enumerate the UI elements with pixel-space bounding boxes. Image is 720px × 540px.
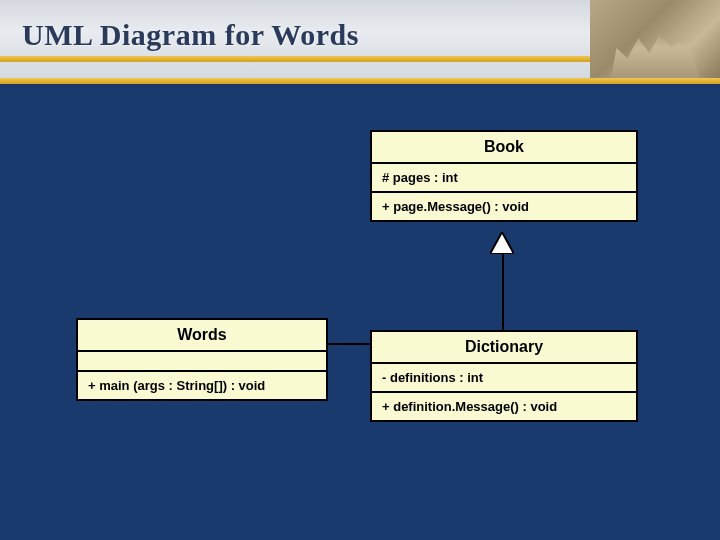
uml-class-words-name: Words (78, 320, 326, 352)
uml-class-book-attribute: # pages : int (372, 164, 636, 193)
uml-class-dictionary: Dictionary - definitions : int + definit… (370, 330, 638, 422)
uml-class-dictionary-operation: + definition.Message() : void (372, 393, 636, 420)
uml-class-words: Words + main (args : String[]) : void (76, 318, 328, 401)
uml-class-words-attributes-empty (78, 352, 326, 372)
uml-class-words-operation: + main (args : String[]) : void (78, 372, 326, 399)
uml-class-book: Book # pages : int + page.Message() : vo… (370, 130, 638, 222)
accent-bar-bottom (0, 78, 720, 84)
uml-class-dictionary-attribute: - definitions : int (372, 364, 636, 393)
page-title: UML Diagram for Words (22, 18, 359, 52)
inheritance-arrowhead-icon (490, 232, 514, 254)
inheritance-line (502, 252, 504, 330)
uml-class-dictionary-name: Dictionary (372, 332, 636, 364)
header-decorative-image (590, 0, 720, 78)
association-line (328, 343, 370, 345)
uml-class-book-name: Book (372, 132, 636, 164)
svg-marker-0 (490, 232, 514, 254)
uml-class-book-operation: + page.Message() : void (372, 193, 636, 220)
